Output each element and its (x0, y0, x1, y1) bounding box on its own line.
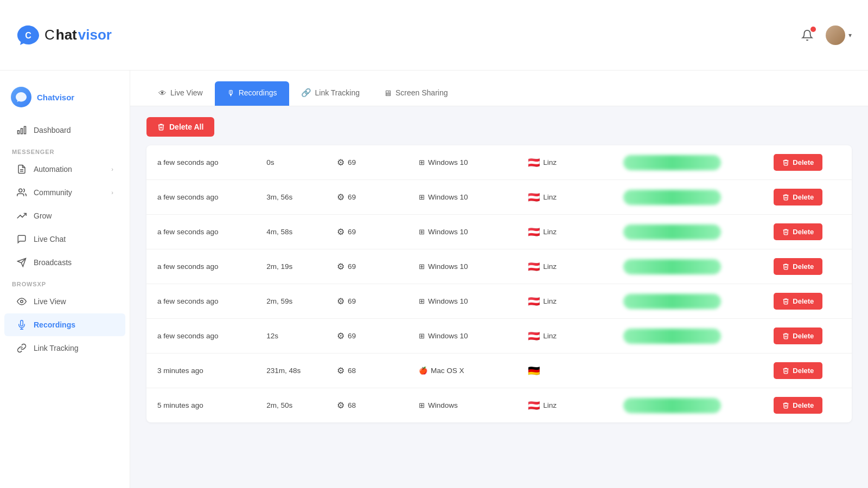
chat-icon (16, 234, 27, 245)
cell-browser: ⚙ 68 (326, 388, 408, 423)
cell-os: ⊞ Windows 10 (408, 284, 517, 319)
mic-tab-icon: 🎙 (227, 88, 235, 98)
notification-button[interactable] (797, 25, 817, 45)
chrome-icon: ⚙ (337, 192, 344, 202)
sidebar-item-dashboard[interactable]: Dashboard (4, 119, 125, 142)
sidebar-item-recordings[interactable]: Recordings (4, 313, 125, 336)
sidebar-brand-name: Chatvisor (37, 93, 74, 102)
flag-icon: 🇦🇹 (528, 157, 540, 169)
cell-preview (612, 354, 763, 388)
cell-preview (612, 388, 763, 423)
sidebar-item-grow[interactable]: Grow (4, 204, 125, 227)
os-label: Windows 10 (428, 228, 468, 236)
logo-area: C Chatvisor (16, 23, 112, 47)
delete-all-button[interactable]: Delete All (146, 117, 214, 137)
browser-version: 69 (348, 158, 356, 166)
tab-label: Screen Sharing (395, 88, 448, 97)
os-label: Windows 10 (428, 332, 468, 340)
chrome-icon: ⚙ (337, 365, 344, 376)
cell-action: Delete (763, 284, 852, 319)
table-row: a few seconds ago 4m, 58s ⚙ 69 ⊞ Windows… (146, 215, 852, 249)
delete-all-label: Delete All (169, 123, 203, 131)
sidebar-label: Community (34, 188, 72, 197)
flag-icon: 🇦🇹 (528, 226, 540, 238)
sidebar-item-community[interactable]: Community › (4, 181, 125, 204)
os-label: Windows (428, 401, 458, 409)
avatar (826, 25, 845, 45)
cell-location: 🇦🇹 Linz (517, 249, 612, 284)
table-row: a few seconds ago 12s ⚙ 69 ⊞ Windows 10 … (146, 319, 852, 354)
sidebar-item-live-view[interactable]: Live View (4, 290, 125, 313)
cell-os: ⊞ Windows 10 (408, 319, 517, 354)
browser-version: 68 (348, 367, 356, 375)
svg-point-9 (21, 300, 23, 303)
svg-text:C: C (25, 31, 31, 40)
delete-button[interactable]: Delete (774, 189, 822, 206)
os-label: Windows 10 (428, 193, 468, 201)
session-preview (623, 190, 721, 205)
chrome-icon: ⚙ (337, 261, 344, 272)
session-preview-empty (623, 363, 721, 378)
cell-browser: ⚙ 69 (326, 145, 408, 180)
delete-button[interactable]: Delete (774, 362, 822, 379)
sidebar-label: Dashboard (34, 126, 71, 134)
delete-button[interactable]: Delete (774, 293, 822, 310)
delete-label: Delete (793, 262, 814, 271)
user-menu[interactable]: ▾ (826, 25, 852, 45)
trash-icon (782, 402, 789, 409)
tab-label: Recordings (239, 88, 277, 97)
sidebar-item-link-tracking[interactable]: Link Tracking (4, 337, 125, 359)
cell-browser: ⚙ 69 (326, 215, 408, 249)
flag-icon: 🇩🇪 (528, 365, 540, 377)
sidebar-item-broadcasts[interactable]: Broadcasts (4, 251, 125, 274)
link-tab-icon: 🔗 (301, 88, 311, 98)
cell-duration: 2m, 19s (256, 249, 326, 284)
os-icon: ⊞ (419, 158, 425, 166)
flag-icon: 🇦🇹 (528, 330, 540, 342)
browser-version: 69 (348, 228, 356, 236)
eye-icon (16, 296, 27, 307)
cell-location: 🇦🇹 Linz (517, 319, 612, 354)
svg-rect-1 (24, 126, 26, 134)
main-content: 👁 Live View 🎙 Recordings 🔗 Link Tracking… (130, 70, 868, 488)
delete-label: Delete (793, 228, 814, 236)
delete-button[interactable]: Delete (774, 258, 822, 275)
sidebar-label: Live View (34, 297, 66, 306)
cell-action: Delete (763, 319, 852, 354)
cell-os: 🍎 Mac OS X (408, 354, 517, 388)
cell-duration: 2m, 59s (256, 284, 326, 319)
delete-button[interactable]: Delete (774, 154, 822, 171)
trash-icon (782, 194, 789, 201)
bar-chart-icon (16, 125, 27, 136)
tab-live-view[interactable]: 👁 Live View (146, 81, 215, 106)
os-label: Windows 10 (428, 262, 468, 271)
sidebar-brand: Chatvisor (0, 81, 130, 118)
location-label: Linz (543, 297, 557, 305)
trash-icon (782, 332, 789, 339)
sidebar-item-live-chat[interactable]: Live Chat (4, 228, 125, 251)
cell-browser: ⚙ 69 (326, 284, 408, 319)
delete-button[interactable]: Delete (774, 397, 822, 414)
table-row: a few seconds ago 0s ⚙ 69 ⊞ Windows 10 🇦… (146, 145, 852, 180)
tab-screen-sharing[interactable]: 🖥 Screen Sharing (372, 81, 460, 106)
os-icon: ⊞ (419, 401, 425, 409)
session-preview (623, 155, 721, 170)
top-right-controls: ▾ (797, 25, 852, 45)
sidebar-section-messenger: MESSENGER (0, 142, 130, 157)
sidebar-item-automation[interactable]: Automation › (4, 158, 125, 181)
svg-point-6 (19, 189, 22, 192)
sidebar-label: Recordings (34, 320, 75, 329)
svg-rect-2 (21, 129, 23, 134)
delete-button[interactable]: Delete (774, 223, 822, 240)
tab-link-tracking[interactable]: 🔗 Link Tracking (289, 81, 372, 106)
table-row: a few seconds ago 3m, 56s ⚙ 69 ⊞ Windows… (146, 180, 852, 215)
trash-icon (782, 367, 789, 374)
delete-button[interactable]: Delete (774, 328, 822, 344)
cell-duration: 4m, 58s (256, 215, 326, 249)
cell-location: 🇦🇹 Linz (517, 180, 612, 215)
session-preview (623, 224, 721, 240)
app-title: Chatvisor (44, 27, 112, 43)
tab-recordings[interactable]: 🎙 Recordings (215, 81, 289, 106)
os-icon: ⊞ (419, 228, 425, 236)
cell-os: ⊞ Windows (408, 388, 517, 423)
